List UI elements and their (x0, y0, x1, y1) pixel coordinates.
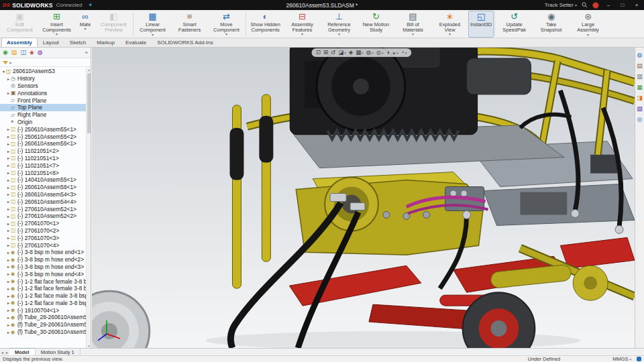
forum-icon[interactable]: ◎ (637, 116, 643, 123)
tree-item[interactable]: ▸◆(-) 3-8 bsp m hose end<3> (0, 263, 91, 271)
tree-item[interactable]: ▸◫(-) 260610Assem54<3> (0, 191, 91, 198)
tree-item[interactable]: ▸◆(-) 3-8 bsp m hose end<1> (0, 249, 91, 256)
expand-arrow-icon[interactable]: ▸ (6, 243, 11, 247)
apply-scene-button[interactable]: ◒▾ (392, 50, 398, 56)
tree-item[interactable]: ▸◫(-) 260610Assem56<1> (0, 184, 91, 191)
expand-arrow-icon[interactable]: ▸ (6, 279, 11, 284)
tree-item[interactable]: ▸◫(-) 11021051<1> (0, 155, 91, 162)
expand-arrow-icon[interactable]: ▸ (6, 192, 11, 196)
tree-item[interactable]: ▸◫(-) 270610Assem52<2> (0, 213, 91, 220)
tree-item[interactable]: ▸◫(-) 27061070<2> (0, 227, 91, 235)
expand-arrow-icon[interactable]: ▸ (6, 235, 11, 240)
expand-arrow-icon[interactable]: ▸ (6, 228, 11, 233)
tree-item[interactable]: ▸◫(-) 250610Assem55<1> (0, 125, 91, 133)
tab-layout[interactable]: Layout (38, 38, 64, 47)
view-orientation-button[interactable]: ▦▾ (356, 50, 364, 56)
expand-arrow-icon[interactable]: ▸ (6, 294, 11, 298)
tree-item[interactable]: ▸◫(-) 27061070<1> (0, 220, 91, 227)
expand-arrow-icon[interactable]: ▸ (6, 272, 11, 276)
tree-item[interactable]: ▱Right Plane (0, 111, 91, 119)
previous-view-button[interactable]: ↺ (331, 50, 335, 56)
tree-item[interactable]: ▸◆(-) 3-8 bsp m hose end<4> (0, 270, 91, 278)
tree-scrollbar[interactable]: ▴ ▾ (86, 68, 91, 348)
tree-item[interactable]: ▸◆(-) 1-2 flat face male 3-8 bsp f<2> (0, 300, 91, 307)
ribbon-button-update-speedpak-subassemblies[interactable]: ↺Update SpeedPak Subassemblies (496, 11, 533, 38)
expand-arrow-icon[interactable]: ▸ (6, 185, 11, 190)
ribbon-button-move-component[interactable]: ⇄Move Component▾ (208, 11, 245, 38)
expand-arrow-icon[interactable]: ▸ (6, 149, 11, 154)
minimize-button[interactable]: – (604, 2, 613, 8)
display-style-button[interactable]: ◍▾ (366, 50, 374, 56)
ribbon-button-assembly-features[interactable]: ⊟Assembly Features▾ (284, 11, 321, 38)
tree-item[interactable]: ▸◫(-) 260610Assem55<1> (0, 140, 91, 147)
expand-arrow-icon[interactable]: ▸ (6, 170, 11, 175)
tree-item[interactable]: ▱Front Plane (0, 97, 91, 104)
view-palette-icon[interactable]: ▦ (637, 84, 643, 90)
expand-arrow-icon[interactable]: ▸ (6, 156, 11, 160)
ribbon-button-show-hidden-components[interactable]: ◐Show Hidden Components (247, 11, 284, 38)
dimxpertmanager-icon[interactable]: ◈ (30, 50, 34, 56)
tree-item[interactable]: ▸◆(f) Tube_29-260610Assem53<1> (0, 321, 91, 328)
tree-item[interactable]: ▸◆(f) Tube_30-260610Assem53<1> (0, 328, 91, 336)
appearances-scenes-icon[interactable]: ◨ (637, 95, 643, 101)
ribbon-button-new-motion-study[interactable]: ↻New Motion Study (358, 11, 394, 38)
graphics-area[interactable]: ⊡⊞↺◪▾◈▦▾◍▾◎▾◑◒▾◔▾ (92, 48, 635, 348)
expand-arrow-icon[interactable]: ▸ (6, 90, 11, 95)
expand-arrow-icon[interactable]: ▸ (6, 134, 11, 139)
expand-arrow-icon[interactable]: ▸ (6, 308, 11, 312)
section-view-button[interactable]: ◪▾ (338, 50, 346, 56)
cad-model-view[interactable] (92, 48, 635, 348)
ribbon-button-mate[interactable]: ∞Mate▾ (75, 11, 95, 38)
expand-arrow-icon[interactable]: ▸ (6, 300, 11, 305)
ribbon-button-edit-component[interactable]: ▣Edit Component (1, 11, 38, 38)
scrollbar-thumb[interactable] (87, 73, 91, 133)
expand-arrow-icon[interactable]: ▸ (6, 214, 11, 219)
ribbon-button-bill-of-materials[interactable]: ▤Bill of Materials▾ (394, 11, 431, 38)
expand-arrow-icon[interactable]: ▸ (6, 76, 11, 81)
tab-evaluate[interactable]: Evaluate (120, 38, 152, 47)
configurationmanager-icon[interactable]: ◫ (20, 50, 26, 56)
expand-arrow-icon[interactable]: ▸ (6, 250, 11, 255)
hide-show-items-button[interactable]: ◎▾ (376, 50, 384, 56)
tree-item[interactable]: ◎Sensors (0, 82, 91, 90)
tab-solidworks-add-ins[interactable]: SOLIDWORKS Add-Ins (152, 38, 219, 47)
tree-item[interactable]: ⌖Origin (0, 119, 91, 126)
search-icon[interactable] (582, 2, 588, 8)
file-explorer-icon[interactable]: ▥ (637, 73, 643, 80)
tab-sketch[interactable]: Sketch (64, 38, 91, 47)
tree-item[interactable]: ▸◆(-) 1-2 flat face female 3-8 bsp f<2> (0, 285, 91, 292)
tree-item[interactable]: ▸◫(-) 140410Assem55<1> (0, 176, 91, 184)
expand-arrow-icon[interactable]: ▾ (1, 69, 6, 74)
tree-item[interactable]: ▸◫(-) 27061070<3> (0, 234, 91, 241)
close-button[interactable]: × (632, 2, 641, 8)
tree-item[interactable]: ▸◆(-) 1-2 flat face female 3-8 bsp f<1> (0, 278, 91, 285)
tree-item[interactable]: ▸◫(-) 11021051<8> (0, 169, 91, 176)
ribbon-button-linear-component-pattern[interactable]: ▦Linear Component Pattern▾ (134, 11, 171, 38)
tree-item[interactable]: ▸▣Annotations (0, 89, 91, 97)
tab-nav-right-icon[interactable]: ▸ (5, 349, 9, 355)
dynamic-annotation-views-button[interactable]: ◈ (349, 50, 354, 56)
expand-arrow-icon[interactable]: ▸ (6, 330, 11, 335)
expand-arrow-icon[interactable]: ▸ (6, 127, 11, 131)
tree-item[interactable]: ▸◫(-) 11021051<7> (0, 162, 91, 169)
expand-arrow-icon[interactable]: ▸ (6, 206, 11, 211)
tab-nav-left-icon[interactable]: ◂ (0, 349, 5, 355)
ribbon-button-exploded-view[interactable]: ∗Exploded View▾ (431, 11, 468, 38)
units-selector[interactable]: MMGS ▾ (612, 356, 631, 362)
ribbon-button-take-snapshot[interactable]: ◉Take Snapshot (533, 11, 570, 38)
displaymanager-icon[interactable]: ◍ (38, 50, 43, 56)
editing-assembly-icon[interactable] (637, 357, 641, 361)
expand-arrow-icon[interactable]: ▸ (6, 199, 11, 204)
zoom-to-area-button[interactable]: ⊞ (323, 50, 328, 56)
custom-properties-icon[interactable]: ▧ (637, 105, 643, 112)
expand-arrow-icon[interactable]: ▸ (6, 322, 11, 327)
expand-arrow-icon[interactable]: ▸ (6, 315, 11, 320)
bottom-tab-motion-study-1[interactable]: Motion Study 1 (36, 349, 80, 355)
expand-arrow-icon[interactable]: ▸ (6, 286, 11, 291)
user-avatar[interactable] (592, 2, 599, 9)
zoom-fit-button[interactable]: ⊡ (316, 50, 321, 56)
bottom-tab-model[interactable]: Model (9, 348, 36, 355)
expand-arrow-icon[interactable]: ▸ (6, 141, 11, 146)
tree-item[interactable]: ▸◫(-) 250610Assem55<2> (0, 133, 91, 140)
design-library-icon[interactable]: ▤ (637, 62, 643, 69)
